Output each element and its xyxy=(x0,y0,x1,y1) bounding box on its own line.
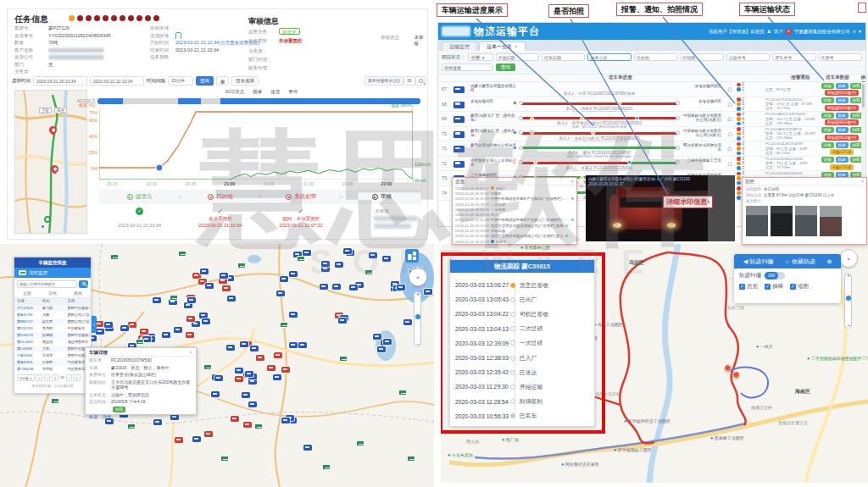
truck-marker[interactable] xyxy=(231,416,239,422)
truck-marker[interactable] xyxy=(175,437,183,443)
truck-marker[interactable] xyxy=(211,391,220,397)
progress-bar[interactable] xyxy=(521,147,677,150)
home-status-icon[interactable]: ⌂ xyxy=(723,130,737,138)
notify-indicator[interactable]: 5 xyxy=(737,131,765,136)
transport-status-badge[interactable]: 运输已完成 xyxy=(830,149,854,155)
truck-marker[interactable] xyxy=(274,352,282,358)
company-name[interactable]: 宁夏建材集团股份有限公司 xyxy=(794,29,850,35)
search-button[interactable]: 查询 xyxy=(496,64,515,71)
alarm-indicator[interactable]: 3 xyxy=(737,141,765,146)
map-pan-control[interactable]: ✦ xyxy=(839,249,858,268)
track-link[interactable]: 轨迹 xyxy=(89,414,97,419)
legend-item[interactable]: ACC状态 xyxy=(224,89,245,95)
truck-marker[interactable] xyxy=(289,312,298,318)
truck-marker[interactable] xyxy=(120,325,129,331)
truck-marker[interactable] xyxy=(321,266,330,272)
truck-marker[interactable] xyxy=(303,250,311,256)
realtime-monitor-menu[interactable]: 实时监控 xyxy=(14,268,91,278)
home-status-icon[interactable]: ⌂ xyxy=(723,114,737,123)
photo-point-icon[interactable] xyxy=(635,116,639,120)
photo-indicator[interactable]: 3 xyxy=(737,107,765,111)
vehicle-search-input[interactable] xyxy=(17,280,77,288)
user-name[interactable]: 李萍 xyxy=(774,29,783,35)
truck-marker[interactable] xyxy=(276,291,285,296)
map-toggle-sat[interactable]: 混合 xyxy=(54,108,67,113)
fence-link-icon[interactable]: ⊕ xyxy=(565,224,569,228)
favorite-track-button[interactable]: ☆收藏轨迹 xyxy=(785,257,815,266)
truck-marker[interactable] xyxy=(248,401,257,407)
truck-marker[interactable] xyxy=(281,367,290,373)
truck-marker[interactable] xyxy=(227,296,236,302)
track-button[interactable]: 轨迹 xyxy=(836,113,849,119)
vehicle-row[interactable]: 蒙CB4038张伟利中区熟料运输车 xyxy=(14,366,91,373)
detail-button[interactable]: 详情 xyxy=(821,113,834,119)
truck-marker[interactable] xyxy=(377,346,386,352)
truck-marker[interactable] xyxy=(242,392,250,398)
fence-link-icon[interactable]: ⊕ xyxy=(565,234,569,238)
fence-link-icon[interactable]: ⊕ xyxy=(570,218,574,222)
audit-step[interactable]: 系统初审 xyxy=(261,190,342,204)
notify-indicator[interactable]: 2 xyxy=(737,87,765,91)
truck-marker[interactable] xyxy=(267,365,275,371)
stay-duration-value[interactable]: 30 xyxy=(403,76,415,86)
home-status-icon[interactable]: ⌂ xyxy=(723,159,737,168)
truck-marker[interactable] xyxy=(199,313,208,318)
truck-marker[interactable] xyxy=(153,419,162,425)
heart-icon[interactable]: ♥ xyxy=(859,29,861,34)
truck-marker[interactable] xyxy=(256,355,264,361)
truck-marker[interactable] xyxy=(214,375,223,381)
close-icon[interactable]: × xyxy=(571,178,574,185)
zoom-knob[interactable] xyxy=(846,296,851,301)
notify-indicator[interactable]: 6 xyxy=(737,147,765,151)
photo-point-icon[interactable] xyxy=(513,130,517,135)
truck-marker[interactable] xyxy=(382,256,391,262)
keyword-input[interactable] xyxy=(442,64,492,71)
track-button[interactable]: 轨迹 xyxy=(836,142,849,148)
grid-icon-button[interactable]: ▦ xyxy=(216,76,229,86)
interval-select[interactable]: 15分钟 xyxy=(168,76,193,86)
query-button[interactable]: 查询 xyxy=(196,76,214,86)
truck-marker[interactable] xyxy=(226,345,235,351)
layer-checkbox[interactable]: ✓抽稀 xyxy=(765,283,783,291)
alarm-indicator[interactable]: 2 xyxy=(737,112,765,116)
route-end-marker[interactable] xyxy=(724,364,732,372)
truck-marker[interactable] xyxy=(220,273,228,279)
truck-marker[interactable] xyxy=(200,268,209,274)
correction-toggle[interactable]: ON xyxy=(765,272,785,279)
truck-marker[interactable] xyxy=(335,262,343,268)
start-marker[interactable] xyxy=(44,216,51,223)
truck-marker[interactable] xyxy=(186,316,195,322)
home-status-icon[interactable]: ⌂ xyxy=(723,144,737,152)
truck-marker[interactable] xyxy=(403,319,412,325)
vehicle-tab[interactable]: 在线 xyxy=(40,290,65,297)
detail-button[interactable]: 详情 xyxy=(821,142,834,148)
track-button[interactable]: 轨迹 xyxy=(836,157,849,163)
truck-marker[interactable] xyxy=(222,285,231,291)
layer-checkbox[interactable]: ✓缩图 xyxy=(790,283,809,291)
truck-marker[interactable] xyxy=(424,289,432,295)
truck-marker[interactable] xyxy=(128,322,136,328)
alarm-indicator[interactable]: 3 xyxy=(737,127,765,131)
filter-input[interactable] xyxy=(819,53,862,61)
truck-marker[interactable] xyxy=(373,334,381,340)
truck-marker[interactable] xyxy=(192,321,200,327)
vehicle-search-button[interactable] xyxy=(79,280,88,288)
truck-marker[interactable] xyxy=(248,379,257,385)
time-from-input[interactable] xyxy=(33,76,87,86)
progress-bar[interactable] xyxy=(521,162,677,165)
map-zoom-slider[interactable] xyxy=(414,291,421,347)
truck-marker[interactable] xyxy=(349,285,358,291)
progress-bar[interactable] xyxy=(521,132,677,136)
photo-thumbnail[interactable] xyxy=(746,206,768,236)
truck-marker[interactable] xyxy=(186,332,194,338)
transport-status-badge[interactable]: 审核驳回(运输中) xyxy=(825,90,860,96)
close-icon[interactable]: × xyxy=(515,44,518,49)
truck-marker[interactable] xyxy=(280,276,288,282)
track-button[interactable]: 轨迹 xyxy=(836,83,849,89)
progress-bar[interactable] xyxy=(521,117,677,120)
truck-photo-viewer[interactable]: 内蒙古蒙西水泥股份有限公司(蒙西基地) 出厂拍照 蒙C311602018-10-… xyxy=(586,175,735,241)
transport-row[interactable]: 68 金海东物流区 承运人：韩建军 PC2016071606260201 轨迹：… xyxy=(438,97,865,113)
truck-marker[interactable] xyxy=(383,339,392,345)
panel-collapse-handle[interactable]: ‹ xyxy=(92,316,97,333)
filter-input[interactable] xyxy=(587,53,631,61)
